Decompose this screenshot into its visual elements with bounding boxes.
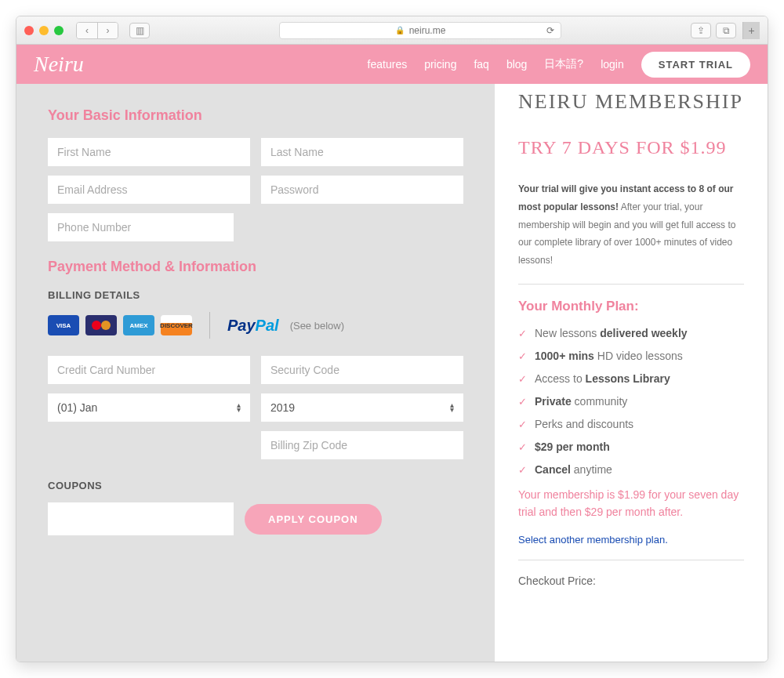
payment-methods: VISA AMEX DISCOVER PayPal (See below) bbox=[48, 312, 463, 339]
expiry-year-value: 2019 bbox=[270, 401, 295, 414]
back-button[interactable]: ‹ bbox=[77, 23, 97, 38]
zip-input[interactable] bbox=[261, 431, 463, 459]
url-text: neiru.me bbox=[409, 25, 446, 36]
nav-japanese[interactable]: 日本語? bbox=[544, 57, 583, 71]
minimize-icon[interactable] bbox=[39, 26, 49, 35]
expiry-month-value: (01) Jan bbox=[57, 401, 97, 414]
logo[interactable]: Neiru bbox=[34, 52, 84, 77]
nav-pricing[interactable]: pricing bbox=[424, 58, 456, 71]
check-icon: ✓ bbox=[518, 396, 527, 408]
plan-item-text: Cancel anytime bbox=[535, 463, 612, 476]
coupons-label: COUPONS bbox=[48, 480, 463, 491]
paypal-icon[interactable]: PayPal bbox=[227, 317, 279, 335]
trial-heading: TRY 7 DAYS FOR $1.99 bbox=[518, 137, 744, 158]
check-icon: ✓ bbox=[518, 464, 527, 476]
select-plan-link[interactable]: Select another membership plan. bbox=[518, 534, 744, 546]
plan-list: ✓New lessons delivered weekly✓1000+ mins… bbox=[518, 327, 744, 476]
check-icon: ✓ bbox=[518, 373, 527, 385]
paypal-note: (See below) bbox=[290, 320, 344, 332]
nav-buttons: ‹ › bbox=[76, 22, 118, 39]
card-number-input[interactable] bbox=[48, 356, 250, 384]
traffic-lights bbox=[24, 26, 64, 35]
checkout-price-label: Checkout Price: bbox=[518, 575, 744, 587]
plan-item-text: $29 per month bbox=[535, 441, 610, 453]
chevron-updown-icon: ▴▾ bbox=[237, 403, 241, 412]
divider bbox=[518, 560, 744, 560]
plan-item: ✓Cancel anytime bbox=[518, 463, 744, 476]
last-name-input[interactable] bbox=[261, 138, 463, 166]
plan-item-text: 1000+ mins HD video lessons bbox=[535, 350, 683, 362]
plan-item-text: Access to Lessons Library bbox=[535, 372, 670, 385]
check-icon: ✓ bbox=[518, 350, 527, 362]
nav-blog[interactable]: blog bbox=[506, 58, 527, 71]
page-content: Your Basic Information Payment Method & … bbox=[16, 84, 768, 662]
plan-item-text: New lessons delivered weekly bbox=[535, 327, 688, 339]
nav-login[interactable]: login bbox=[601, 58, 624, 71]
billing-details-label: BILLING DETAILS bbox=[48, 289, 463, 301]
share-icon[interactable]: ⇪ bbox=[691, 23, 711, 38]
email-input[interactable] bbox=[48, 176, 250, 204]
plan-item-text: Perks and discounts bbox=[535, 418, 633, 430]
membership-heading: NEIRU MEMBERSHIP bbox=[518, 90, 744, 114]
toolbar-right: ⇪ ⧉ bbox=[691, 23, 736, 38]
expiry-month-select[interactable]: (01) Jan ▴▾ bbox=[48, 393, 250, 422]
plan-item: ✓Access to Lessons Library bbox=[518, 372, 744, 385]
tabs-icon[interactable]: ⧉ bbox=[716, 23, 736, 38]
coupon-input[interactable] bbox=[48, 502, 234, 535]
plan-item: ✓1000+ mins HD video lessons bbox=[518, 350, 744, 362]
plan-item: ✓Perks and discounts bbox=[518, 418, 744, 430]
chevron-updown-icon: ▴▾ bbox=[450, 403, 454, 412]
security-code-input[interactable] bbox=[261, 356, 463, 384]
forward-button[interactable]: › bbox=[97, 23, 118, 38]
visa-icon: VISA bbox=[48, 315, 79, 335]
plan-item: ✓Private community bbox=[518, 395, 744, 408]
sidebar-toggle-icon[interactable]: ▥ bbox=[129, 23, 150, 38]
browser-titlebar: ‹ › ▥ 🔒 neiru.me ⟳ ⇪ ⧉ + bbox=[16, 16, 768, 45]
plan-item-text: Private community bbox=[535, 395, 627, 408]
mastercard-icon bbox=[85, 315, 117, 335]
check-icon: ✓ bbox=[518, 441, 527, 453]
start-trial-button[interactable]: START TRIAL bbox=[641, 52, 750, 78]
nav-features[interactable]: features bbox=[368, 58, 408, 71]
plan-item: ✓New lessons delivered weekly bbox=[518, 327, 744, 339]
apply-coupon-button[interactable]: APPLY COUPON bbox=[245, 504, 382, 535]
new-tab-button[interactable]: + bbox=[742, 22, 760, 39]
plan-sidebar: NEIRU MEMBERSHIP TRY 7 DAYS FOR $1.99 Yo… bbox=[495, 84, 768, 662]
phone-input[interactable] bbox=[48, 213, 234, 241]
plan-title: Your Monthly Plan: bbox=[518, 299, 744, 314]
password-input[interactable] bbox=[261, 176, 463, 204]
basic-info-title: Your Basic Information bbox=[48, 107, 463, 124]
check-icon: ✓ bbox=[518, 419, 527, 430]
plan-item: ✓$29 per month bbox=[518, 441, 744, 453]
first-name-input[interactable] bbox=[48, 138, 250, 166]
expiry-year-select[interactable]: 2019 ▴▾ bbox=[261, 393, 463, 422]
amex-icon: AMEX bbox=[123, 315, 154, 335]
address-field[interactable]: 🔒 neiru.me ⟳ bbox=[279, 22, 561, 39]
main-nav: features pricing faq blog 日本語? login STA… bbox=[368, 52, 750, 78]
site-header: Neiru features pricing faq blog 日本語? log… bbox=[16, 45, 768, 84]
trial-description: Your trial will give you instant access … bbox=[518, 180, 744, 270]
lock-icon: 🔒 bbox=[395, 26, 405, 34]
divider bbox=[518, 284, 744, 285]
reload-icon[interactable]: ⟳ bbox=[546, 25, 554, 36]
close-icon[interactable] bbox=[24, 26, 34, 35]
discover-icon: DISCOVER bbox=[161, 315, 192, 335]
payment-title: Payment Method & Information bbox=[48, 259, 463, 275]
check-icon: ✓ bbox=[518, 328, 527, 339]
divider bbox=[209, 312, 210, 339]
price-note: Your membership is $1.99 for your seven … bbox=[518, 486, 744, 521]
maximize-icon[interactable] bbox=[54, 26, 64, 35]
nav-faq[interactable]: faq bbox=[474, 58, 488, 71]
checkout-form: Your Basic Information Payment Method & … bbox=[16, 84, 495, 662]
browser-window: ‹ › ▥ 🔒 neiru.me ⟳ ⇪ ⧉ + Neiru features … bbox=[16, 16, 768, 662]
address-bar: 🔒 neiru.me ⟳ bbox=[156, 22, 684, 39]
